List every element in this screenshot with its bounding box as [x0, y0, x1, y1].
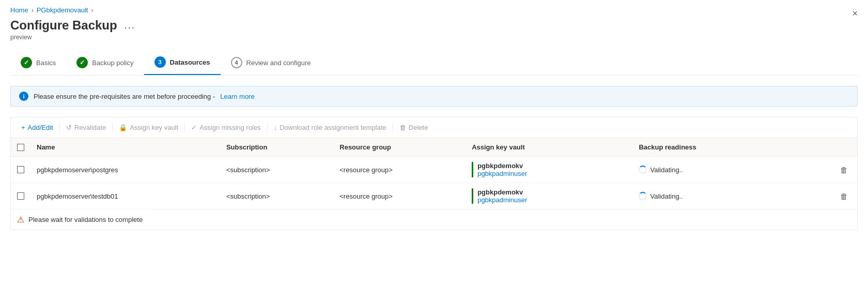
steps-bar: ✓ Basics ✓ Backup policy 3 Datasources 4… [10, 51, 858, 76]
add-edit-label: Add/Edit [28, 124, 53, 131]
toolbar-sep-1 [59, 123, 60, 133]
row-1-kv-bar: pgbkpdemokv pgbkpadminuser [472, 162, 626, 177]
add-edit-button[interactable]: + Add/Edit [17, 122, 57, 133]
row-1-resource-group: <resource group> [333, 157, 466, 183]
table-card: + Add/Edit ↺ Revalidate 🔒 Assign key vau… [10, 117, 858, 230]
warning-message: ⚠ Please wait for validations to complet… [17, 215, 851, 224]
row-2-kv-name: pgbkpdemokv [477, 188, 527, 196]
header-resource-group: Resource group [333, 138, 466, 157]
header-subscription: Subscription [220, 138, 333, 157]
step-2-label: Backup policy [92, 59, 133, 67]
breadcrumb: Home › PGbkpdemovault › [10, 0, 858, 18]
row-2-kv-user[interactable]: pgbkpadminuser [477, 196, 527, 204]
delete-button[interactable]: 🗑 Delete [395, 122, 432, 133]
table-toolbar: + Add/Edit ↺ Revalidate 🔒 Assign key vau… [11, 117, 857, 138]
row-1-kv-green-bar [472, 162, 473, 177]
row-2-subscription: <subscription> [220, 183, 333, 209]
trash-icon: 🗑 [399, 124, 406, 131]
assign-key-vault-label: Assign key vault [130, 124, 178, 131]
row-2-resource-group: <resource group> [333, 183, 466, 209]
header-checkbox-cell [11, 138, 30, 157]
row-2-name: pgbkpdemoserver\testdb01 [30, 183, 220, 209]
warning-icon: ⚠ [17, 215, 24, 224]
warning-text: Please wait for validations to complete [28, 216, 143, 223]
page-header: Configure Backup ... preview [10, 18, 858, 41]
row-2-kv-content: pgbkpdemokv pgbkpadminuser [477, 188, 527, 204]
download-template-button[interactable]: ↓ Download role assignment template [270, 122, 391, 133]
toolbar-sep-2 [112, 123, 113, 133]
breadcrumb-sep-2: › [91, 7, 93, 14]
row-2-key-vault: pgbkpdemokv pgbkpadminuser [466, 183, 632, 209]
row-2-checkbox-cell [11, 183, 30, 209]
row-1-kv-name: pgbkpdemokv [477, 162, 527, 170]
table-row: pgbkpdemoserver\testdb01 <subscription> … [11, 183, 857, 209]
table-row: pgbkpdemoserver\postgres <subscription> … [11, 157, 857, 183]
close-button[interactable]: × [848, 6, 862, 21]
toolbar-sep-4 [267, 123, 268, 133]
step-1-circle: ✓ [21, 57, 32, 68]
warning-row: ⚠ Please wait for validations to complet… [11, 209, 857, 230]
step-1-label: Basics [36, 59, 56, 67]
step-3-circle: 3 [154, 56, 166, 68]
row-1-name: pgbkpdemoserver\postgres [30, 157, 220, 183]
check-icon: ✓ [191, 124, 197, 131]
toolbar-sep-5 [393, 123, 393, 133]
row-2-kv-bar: pgbkpdemokv pgbkpadminuser [472, 188, 626, 204]
info-text: Please ensure the pre-requisites are met… [34, 93, 215, 100]
page-container: × Home › PGbkpdemovault › Configure Back… [0, 0, 868, 285]
breadcrumb-sep-1: › [32, 7, 34, 14]
row-2-validating: Validating.. [639, 192, 797, 200]
header-actions [804, 138, 857, 157]
ellipsis-button[interactable]: ... [121, 19, 138, 32]
row-1-delete-cell: 🗑 [804, 157, 857, 183]
row-2-spinner [639, 192, 647, 200]
step-3-label: Datasources [170, 58, 210, 66]
row-1-checkbox[interactable] [17, 166, 24, 173]
row-2-checkbox[interactable] [17, 192, 24, 200]
revalidate-button[interactable]: ↺ Revalidate [62, 122, 110, 133]
row-1-checkbox-cell [11, 157, 30, 183]
info-banner: i Please ensure the pre-requisites are m… [10, 86, 858, 107]
breadcrumb-home[interactable]: Home [10, 6, 28, 14]
table-header-row: Name Subscription Resource group Assign … [11, 138, 857, 157]
row-2-readiness-text: Validating.. [650, 192, 683, 200]
step-4-label: Review and configure [246, 59, 311, 67]
row-1-key-vault: pgbkpdemokv pgbkpadminuser [466, 157, 632, 183]
header-name: Name [30, 138, 220, 157]
lock-icon: 🔒 [119, 124, 127, 131]
step-basics[interactable]: ✓ Basics [10, 52, 66, 74]
assign-missing-roles-label: Assign missing roles [199, 124, 261, 131]
breadcrumb-vault[interactable]: PGbkpdemovault [37, 6, 88, 14]
page-title-text: Configure Backup [10, 18, 117, 33]
revalidate-icon: ↺ [66, 124, 72, 131]
download-template-label: Download role assignment template [280, 124, 386, 131]
select-all-checkbox[interactable] [17, 144, 24, 151]
row-1-readiness: Validating.. [632, 157, 803, 183]
learn-more-link[interactable]: Learn more [220, 93, 254, 100]
row-1-kv-content: pgbkpdemokv pgbkpadminuser [477, 162, 527, 177]
row-1-delete-button[interactable]: 🗑 [837, 164, 851, 175]
data-table: Name Subscription Resource group Assign … [11, 138, 857, 230]
row-2-delete-button[interactable]: 🗑 [837, 191, 851, 202]
row-1-validating: Validating.. [639, 166, 797, 174]
row-2-delete-cell: 🗑 [804, 183, 857, 209]
download-icon: ↓ [274, 124, 277, 131]
revalidate-label: Revalidate [74, 124, 106, 131]
row-1-spinner [639, 166, 647, 174]
step-2-circle: ✓ [76, 57, 88, 68]
row-1-readiness-text: Validating.. [650, 166, 683, 174]
step-4-circle: 4 [231, 57, 242, 68]
page-title-area: Configure Backup ... preview [10, 18, 138, 41]
assign-key-vault-button[interactable]: 🔒 Assign key vault [115, 122, 182, 133]
step-datasources[interactable]: 3 Datasources [144, 51, 221, 75]
add-icon: + [21, 124, 25, 131]
page-title: Configure Backup ... [10, 18, 138, 33]
row-1-kv-user[interactable]: pgbkpadminuser [477, 170, 527, 177]
header-backup-readiness: Backup readiness [632, 138, 803, 157]
header-assign-key-vault: Assign key vault [466, 138, 632, 157]
step-review[interactable]: 4 Review and configure [221, 52, 321, 74]
info-icon: i [19, 92, 28, 101]
assign-missing-roles-button[interactable]: ✓ Assign missing roles [187, 122, 265, 133]
warning-cell: ⚠ Please wait for validations to complet… [11, 209, 857, 230]
step-backup-policy[interactable]: ✓ Backup policy [66, 52, 144, 74]
